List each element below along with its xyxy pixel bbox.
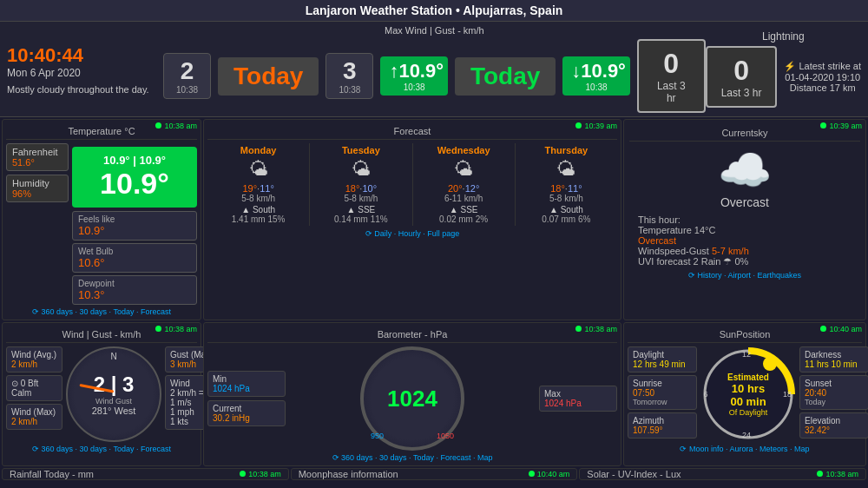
wind-box-1: 2 10:38 (163, 53, 211, 99)
wind-val-2: 3 (335, 57, 364, 85)
wind-section-title: Max Wind | Gust - km/h (163, 25, 706, 36)
dewpoint-val: 10.3° (78, 288, 191, 301)
sun-footer[interactable]: ⟳ Moon info · Aurora · Meteors · Map (628, 445, 862, 453)
solar-panel: Solar - UV-Index - Lux 10:38 am (579, 468, 866, 480)
svg-text:6: 6 (703, 390, 707, 399)
forecast-footer[interactable]: ⟳ Daily · Hourly · Full page (207, 229, 617, 238)
sky-uvi-rain: UVI forecast 2 Rain ☂ 0% (638, 256, 852, 267)
forecast-day-wednesday: Wednesday 🌤 20°·12° 6-11 km/h ▲ SSE 0.02… (413, 143, 516, 226)
wind-max-label: Wind (Max) (11, 407, 57, 417)
day-rain-1: 0.14 mm 11% (312, 214, 410, 224)
wind-today-label: Today (218, 57, 319, 96)
azimuth-stat: Azimuth 107.59° (628, 412, 697, 439)
sunset-stat: Sunset 20:40 Today (799, 375, 868, 410)
day-wind-3: 5-8 km/h (517, 194, 615, 203)
wind-footer[interactable]: ⟳ 360 days · 30 days · Today · Forecast (6, 445, 197, 453)
baro-footer[interactable]: ⟳ 360 days · 30 days · Today · Forecast … (207, 453, 617, 462)
dewpoint-box: Dewpoint 10.3° (72, 275, 197, 305)
wind-bft-label: ⊙ 0 Bft (11, 379, 57, 388)
day-wind-2: 6-11 km/h (415, 194, 513, 203)
temperature-panel: Temperature °C 10:38 am Fahrenheit 51.6°… (2, 119, 201, 320)
moonphase-panel: Moonphase information 10:40 am (291, 468, 578, 480)
gauge-lo: 950 (371, 432, 384, 440)
feels-like-val: 10.9° (78, 224, 191, 237)
darkness-label: Darkness (805, 350, 864, 359)
this-hour: This hour: (638, 214, 852, 225)
wind-last3hr: 0 Last 3 hr (637, 39, 706, 113)
sunset-sub: Today (805, 398, 864, 406)
azimuth-label: Azimuth (633, 416, 692, 425)
compass-wg-label: Wind Gust (92, 397, 136, 406)
daylight-val: 12 hrs 49 min (633, 359, 692, 369)
wind-gust-down-val: ↓10.9° (571, 60, 621, 82)
svg-text:12: 12 (742, 350, 751, 359)
sunrise-label: Sunrise (633, 379, 692, 388)
sky-cloud-icon: ☁️ (718, 145, 772, 195)
lightning-latest: ⚡ Latest strike at (784, 61, 861, 72)
forecast-days: Monday 🌤 19°·11° 5-8 km/h ▲ South 1.41 m… (207, 143, 617, 226)
sky-footer[interactable]: ⟳ History · Airport · Earthquakes (629, 271, 860, 280)
solar-ts: 10:38 am (817, 470, 858, 478)
wind-gust-up: ↑10.9° 10:38 (380, 56, 448, 96)
baro-max-val: 1024 hPa (544, 399, 612, 408)
forecast-panel-title: Forecast (207, 123, 617, 140)
day-rain-3: 0.07 mm 6% (517, 214, 615, 224)
svg-text:24: 24 (742, 431, 751, 439)
estimated-label: Estimated (725, 373, 773, 382)
day-rain-2: 0.02 mm 2% (415, 214, 513, 224)
wind-time-2: 10:38 (335, 85, 364, 95)
gauge-hi: 1050 (437, 432, 454, 440)
rainfall-title: Rainfall Today - mm (10, 469, 94, 479)
top-bar: 10:40:44 Mon 6 Apr 2020 Mostly cloudy th… (0, 22, 868, 117)
sun-clock-face: 12 18 24 6 Estimated 10 hrs 00 min Of Da… (700, 346, 796, 442)
daylight-stat: Daylight 12 hrs 49 min (628, 346, 697, 373)
clock-label: Of Daylight (725, 408, 773, 417)
sun-timestamp: 10:40 am (820, 325, 862, 333)
wind-zero: 0 (653, 48, 690, 80)
day-name-1: Tuesday (312, 145, 410, 155)
humidity-val: 96% (12, 188, 62, 199)
sun-clock-text: Estimated 10 hrs 00 min Of Daylight (725, 373, 773, 417)
lightning-zero: 0 (721, 55, 762, 87)
station-name: Lanjaron Weather Station (306, 3, 452, 17)
wind-gust-up-val: ↑10.9° (389, 60, 439, 82)
wind-avg-val: 2 km/h (11, 359, 57, 369)
forecast-day-thursday: Thursday 🌤 18°·11° 5-8 km/h ▲ South 0.07… (516, 143, 617, 226)
solar-title: Solar - UV-Index - Lux (587, 469, 681, 479)
station-location: Alpujarras, Spain (463, 3, 562, 17)
max-wind-section: Max Wind | Gust - km/h 2 10:38 Today 3 1… (163, 25, 706, 113)
wind-bft: ⊙ 0 Bft Calm (6, 375, 62, 401)
baro-current-val: 30.2 inHg (213, 413, 280, 423)
wind-box-2: 3 10:38 (326, 53, 373, 99)
svg-point-1 (763, 357, 777, 371)
day-name-2: Wednesday (415, 145, 513, 155)
temp-range: 10.9° | 10.9° (79, 154, 190, 167)
temp-footer[interactable]: ⟳ 360 days · 30 days · Today · Forecast (6, 307, 197, 316)
lightning-box: 0 Last 3 hr (706, 46, 778, 108)
lightning-section: Lightning 0 Last 3 hr ⚡ Latest strike at… (706, 30, 861, 108)
day-wind-1: 5-8 km/h (312, 194, 410, 203)
forecast-timestamp: 10:39 am (575, 122, 617, 130)
baro-panel-title: Barometer - hPa (207, 326, 617, 343)
lightning-info: ⚡ Latest strike at 01-04-2020 19:10 Dist… (784, 61, 861, 93)
sky-status: Overcast (629, 195, 860, 209)
time-section: 10:40:44 Mon 6 Apr 2020 Mostly cloudy th… (7, 44, 163, 95)
baro-min-label: Min (213, 374, 280, 384)
wind-panel: Wind | Gust - km/h 10:38 am Wind (Avg.) … (2, 322, 201, 466)
day-dir-1: ▲ SSE (312, 205, 410, 214)
wind-today-2-label: Today (455, 57, 556, 96)
wind-timestamp: 10:38 am (155, 325, 197, 333)
sky-timestamp: 10:39 am (820, 122, 862, 130)
compass-deg: 281° West (92, 406, 136, 416)
day-temps-0: 19°·11° (209, 183, 307, 194)
sky-details: This hour: Temperature 14°C Overcast Win… (629, 214, 860, 267)
baro-current-label: Current (213, 404, 280, 413)
date: Mon 6 Apr 2020 (7, 67, 163, 79)
lightning-distance: Distance 17 km (784, 82, 861, 93)
wind-last3hr-label: Last 3 hr (653, 80, 690, 104)
temp-main-display: 10.9° | 10.9° 10.9° (72, 147, 197, 208)
lightning-last3hr: Last 3 hr (721, 87, 762, 99)
forecast-day-tuesday: Tuesday 🌤 18°·10° 5-8 km/h ▲ SSE 0.14 mm… (310, 143, 412, 226)
darkness-val: 11 hrs 10 min (805, 359, 864, 369)
forecast-panel: Forecast 10:39 am Monday 🌤 19°·11° 5-8 k… (203, 119, 621, 320)
